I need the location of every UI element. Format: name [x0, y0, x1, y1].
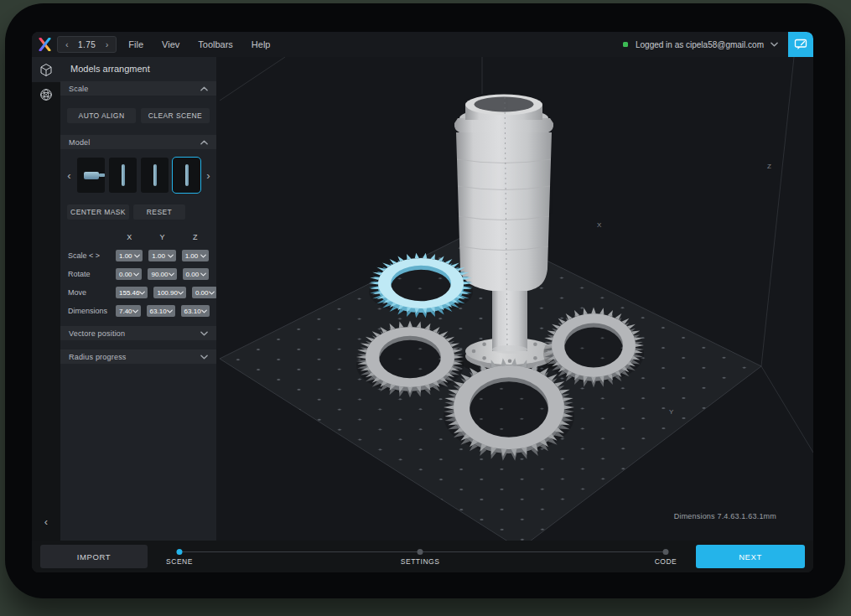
model-thumbnail-1[interactable]: [77, 158, 105, 193]
select-value: 0.00: [119, 271, 132, 278]
mesh-sphere-icon: [39, 88, 53, 101]
scale-row: Scale < >1.001.001.00: [60, 250, 216, 261]
step-label: SETTINGS: [401, 557, 440, 566]
select-value: 63.10: [150, 308, 167, 315]
move-row: Move155.46100.900.00: [60, 287, 216, 298]
scale-row-label: Scale < >: [68, 251, 110, 260]
select-value: 63.10: [184, 308, 201, 315]
tool-rail: ‹: [32, 57, 60, 541]
dimensions-y-select[interactable]: 63.10: [147, 305, 175, 317]
spindle-model-thumb: [185, 164, 189, 186]
stepper-value: 1.75: [77, 40, 97, 49]
stepper-next-icon[interactable]: ›: [106, 39, 109, 49]
axis-y-header: Y: [148, 233, 175, 241]
select-value: 0.00: [195, 289, 209, 297]
chevron-down-icon: [167, 309, 173, 313]
dimensions-row: Dimensions7.4063.1063.10: [60, 305, 216, 317]
rotate-row: Rotate0.0090.000.00: [60, 268, 216, 280]
axis-x-label: X: [597, 221, 602, 229]
section-model[interactable]: Model: [60, 135, 216, 149]
reset-button[interactable]: RESET: [133, 204, 185, 220]
section-radius-label: Radius progress: [69, 353, 127, 361]
filament-size-stepper[interactable]: ‹ 1.75 ›: [57, 36, 117, 53]
select-value: 1.00: [152, 252, 165, 260]
dimensions-row-label: Dimensions: [68, 307, 110, 315]
menu-view[interactable]: Viev: [162, 39, 179, 49]
spindle-model-thumb: [153, 164, 157, 186]
next-button[interactable]: NEXT: [696, 545, 805, 568]
rotate-y-select[interactable]: 90.00: [148, 268, 176, 280]
dimensions-x-select[interactable]: 7.40: [116, 305, 141, 317]
collapse-sidebar-button[interactable]: ‹: [32, 507, 60, 536]
axis-x-header: X: [116, 233, 143, 241]
chevron-down-icon: [201, 309, 207, 313]
cube-wireframe-icon: [39, 63, 53, 77]
chevron-down-icon: [200, 272, 206, 277]
chevron-up-icon: [200, 140, 208, 145]
chevron-down-icon: [178, 291, 184, 295]
section-scale-label: Scale: [69, 85, 89, 93]
rotate-x-select[interactable]: 0.00: [116, 268, 142, 280]
section-model-label: Model: [69, 138, 91, 147]
move-row-label: Move: [68, 288, 110, 297]
chevron-down-icon: [200, 355, 208, 360]
axes-header: X Y Z: [60, 233, 216, 241]
move-y-select[interactable]: 100.90: [153, 287, 185, 298]
auto-align-button[interactable]: AUTO ALIGN: [67, 108, 136, 123]
model-thumbnail-3[interactable]: [141, 158, 169, 193]
chevron-up-icon: [200, 86, 208, 91]
spindle-model-thumb: [122, 164, 125, 186]
scale-y-select[interactable]: 1.00: [148, 250, 175, 261]
menu-help[interactable]: Help: [252, 39, 271, 49]
tool-models-arrangement[interactable]: [32, 57, 60, 82]
chevron-down-icon: [169, 272, 174, 277]
select-value: 155.46: [119, 289, 139, 297]
chevron-down-icon: [132, 309, 138, 313]
app-window: ‹ 1.75 › File Viev Toolbars Help Logged …: [32, 32, 813, 572]
chevron-down-icon: [200, 331, 208, 336]
chevron-down-icon: [168, 254, 174, 258]
clear-scene-button[interactable]: CLEAR SCENE: [141, 108, 210, 123]
chevron-down-icon: [209, 291, 215, 295]
rotate-z-select[interactable]: 0.00: [183, 268, 209, 280]
tool-mesh-edit[interactable]: [32, 82, 60, 107]
transform-rows: Scale < >1.001.001.00Rotate0.0090.000.00…: [60, 250, 216, 317]
step-dot: [418, 549, 423, 555]
chevron-down-icon: [133, 272, 139, 277]
stepper-prev-icon[interactable]: ‹: [65, 39, 69, 49]
select-value: 1.00: [185, 252, 199, 260]
select-value: 0.00: [186, 271, 200, 278]
axis-z-header: Z: [182, 233, 209, 241]
section-radius-progress[interactable]: Radius progress: [60, 349, 216, 364]
chat-edit-icon: [794, 39, 807, 50]
menu-file[interactable]: File: [128, 39, 143, 49]
scale-z-select[interactable]: 1.00: [182, 250, 209, 261]
axis-y-label: Y: [669, 408, 674, 416]
section-scale[interactable]: Scale: [60, 81, 216, 96]
scene-viewport[interactable]: X Z Y: [216, 57, 813, 541]
feedback-button[interactable]: [788, 32, 813, 57]
top-bar: ‹ 1.75 › File Viev Toolbars Help Logged …: [32, 32, 813, 57]
move-x-select[interactable]: 155.46: [116, 287, 148, 298]
carousel-prev-button[interactable]: ‹: [65, 169, 73, 182]
model-thumbnail-4-selected[interactable]: [173, 158, 200, 193]
account-menu-button[interactable]: [771, 42, 778, 47]
import-button[interactable]: IMPORT: [40, 545, 148, 568]
step-label: CODE: [655, 557, 677, 566]
menu-toolbars[interactable]: Toolbars: [198, 39, 233, 49]
section-vector-position[interactable]: Vectore position: [60, 326, 216, 340]
model-thumbnail-2[interactable]: [109, 158, 137, 193]
models-panel: Models arrangment Scale AUTO ALIGN CLEAR…: [60, 57, 216, 541]
app-logo-icon: [32, 38, 57, 51]
model-carousel: ‹ ›: [60, 149, 216, 201]
panel-title: Models arrangment: [60, 57, 216, 81]
select-value: 1.00: [119, 252, 132, 260]
chevron-down-icon: [134, 254, 140, 258]
menu-bar: File Viev Toolbars Help: [128, 39, 270, 49]
move-z-select[interactable]: 0.00: [192, 287, 217, 298]
dimensions-z-select[interactable]: 63.10: [181, 305, 210, 317]
carousel-next-button[interactable]: ›: [205, 169, 212, 182]
center-mask-button[interactable]: CENTER MASK: [67, 204, 129, 220]
step-dot: [177, 549, 183, 555]
scale-x-select[interactable]: 1.00: [116, 250, 143, 261]
